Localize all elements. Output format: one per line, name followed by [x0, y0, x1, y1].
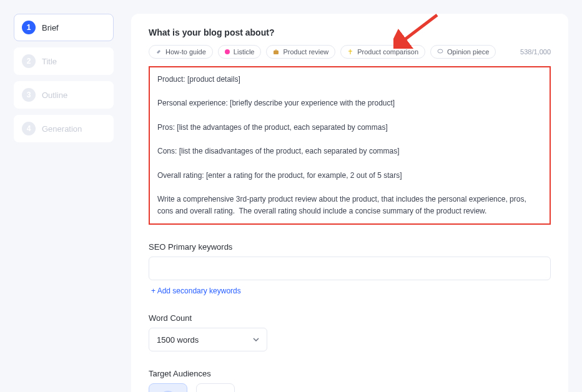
chip-opinion-piece[interactable]: Opinion piece — [430, 45, 496, 59]
bag-icon — [273, 49, 279, 55]
char-counter: 538/1,000 — [520, 48, 551, 56]
step-brief[interactable]: 1 Brief — [14, 14, 114, 41]
brief-textarea[interactable]: Product: [product details] Personal expe… — [149, 66, 551, 225]
chip-label: Product comparison — [357, 48, 418, 56]
word-count-label: Word Count — [149, 313, 551, 323]
seo-keywords-label: SEO Primary keywords — [149, 242, 551, 252]
step-label: Title — [42, 57, 57, 66]
step-label: Brief — [42, 23, 59, 32]
step-label: Outline — [42, 91, 67, 100]
sidebar: 1 Brief 2 Title 3 Outline 4 Generation — [14, 14, 114, 392]
step-label: Generation — [42, 124, 82, 134]
star-icon — [225, 49, 230, 54]
target-audiences-label: Target Audiences — [149, 369, 551, 378]
wrench-icon — [155, 49, 162, 55]
audience-broad-card[interactable]: Broad Audience — [149, 383, 187, 392]
step-number: 2 — [22, 54, 36, 68]
step-generation[interactable]: 4 Generation — [14, 115, 114, 142]
chip-how-to-guide[interactable]: How-to guide — [149, 45, 213, 59]
step-outline[interactable]: 3 Outline — [14, 81, 114, 109]
svg-rect-2 — [274, 51, 279, 54]
audience-cards: Broad Audience More — [149, 383, 551, 392]
post-type-chips: How-to guide Listicle Product review Pro… — [149, 45, 551, 59]
brief-question-title: What is your blog post about? — [149, 27, 551, 37]
chip-label: How-to guide — [165, 48, 206, 56]
chip-product-review[interactable]: Product review — [266, 45, 335, 59]
add-secondary-keywords-link[interactable]: + Add secondary keywords — [149, 287, 241, 295]
step-number: 3 — [22, 88, 36, 102]
main-panel: What is your blog post about? How-to gui… — [131, 14, 568, 392]
chip-label: Opinion piece — [447, 48, 489, 56]
svg-point-3 — [438, 49, 443, 53]
seo-primary-keywords-input[interactable] — [149, 257, 551, 280]
word-count-selected: 1500 words — [157, 335, 199, 345]
chat-icon — [437, 49, 443, 55]
audience-more-card[interactable]: More — [196, 383, 235, 392]
chip-label: Listicle — [234, 48, 255, 56]
scale-icon — [347, 49, 353, 55]
chevron-down-icon — [253, 338, 259, 341]
chip-product-comparison[interactable]: Product comparison — [340, 45, 425, 59]
step-number: 1 — [22, 21, 36, 34]
step-title[interactable]: 2 Title — [14, 47, 114, 75]
chip-listicle[interactable]: Listicle — [218, 45, 262, 59]
chip-label: Product review — [283, 48, 328, 56]
step-number: 4 — [22, 122, 36, 135]
word-count-select[interactable]: 1500 words — [149, 328, 267, 351]
